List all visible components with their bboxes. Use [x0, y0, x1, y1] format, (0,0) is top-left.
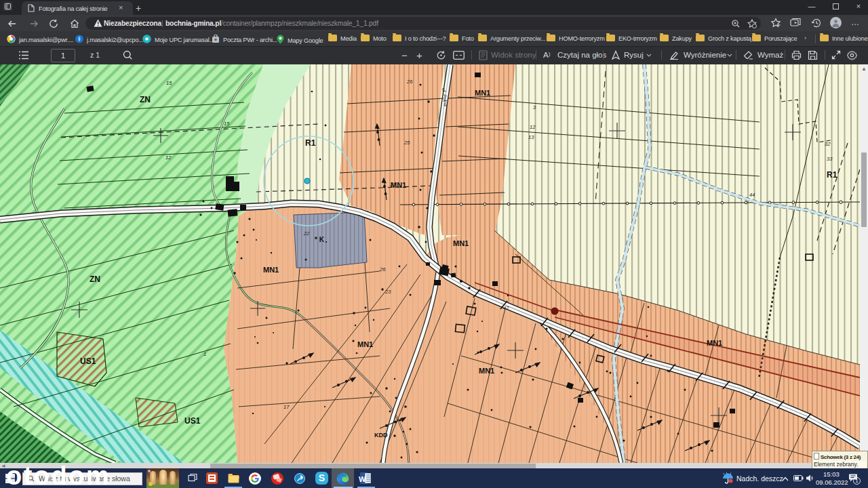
svg-text:22: 22 — [303, 230, 310, 237]
svg-text:ZN: ZN — [140, 95, 151, 104]
svg-text:KDD: KDD — [374, 432, 388, 439]
svg-text:MN1: MN1 — [475, 89, 490, 97]
svg-text:R1: R1 — [827, 170, 837, 180]
svg-text:44: 44 — [749, 192, 755, 198]
svg-text:13: 13 — [528, 134, 534, 140]
svg-text:12: 12 — [165, 155, 172, 161]
svg-text:42: 42 — [503, 305, 509, 311]
svg-text:1: 1 — [203, 351, 206, 357]
svg-text:MN1: MN1 — [479, 367, 494, 375]
svg-text:ZN: ZN — [90, 274, 100, 284]
svg-text:15: 15 — [224, 121, 230, 127]
svg-text:12: 12 — [530, 124, 536, 130]
svg-text:15: 15 — [166, 80, 172, 86]
svg-text:32: 32 — [825, 141, 831, 147]
svg-text:MN1: MN1 — [263, 266, 279, 274]
svg-text:33: 33 — [827, 156, 833, 162]
svg-text:US1: US1 — [80, 357, 96, 366]
svg-text:R1: R1 — [305, 138, 316, 148]
svg-text:MN1: MN1 — [453, 239, 469, 247]
svg-text:* K: * K — [315, 236, 325, 243]
svg-text:26: 26 — [406, 79, 413, 85]
svg-text:17: 17 — [283, 404, 290, 410]
svg-text:MN1: MN1 — [357, 340, 373, 348]
svg-text:22: 22 — [389, 182, 396, 188]
svg-text:25: 25 — [403, 140, 410, 146]
svg-text:MN1: MN1 — [707, 339, 722, 347]
svg-text:US1: US1 — [184, 416, 201, 426]
svg-text:23: 23 — [384, 289, 391, 295]
svg-text:26: 26 — [379, 266, 386, 272]
